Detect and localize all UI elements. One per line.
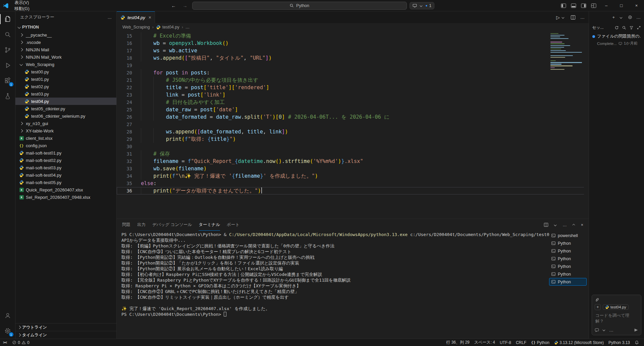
code-line-34[interactable]: 34print(f"\n✨ 完了！爆速で '{filename}' を作成しまし… [117, 172, 589, 180]
panel-tab-ポート[interactable]: ポート [227, 219, 239, 231]
terminal-instance-Python[interactable]: Python [549, 278, 587, 286]
status-item[interactable]: {}Python [529, 340, 552, 345]
add-context-button[interactable]: + [595, 304, 601, 310]
tree-item-mail-soft-test05.py[interactable]: mail-soft-test05.py [15, 179, 116, 186]
code-line-27[interactable]: 27 [117, 121, 589, 128]
code-line-22[interactable]: 22title = post['title']['rendered'] [117, 84, 589, 91]
chat-input[interactable]: コードを調べて理解？ [595, 313, 638, 324]
code-line-18[interactable]: 18ws.append(["投稿日", "タイトル", "URL"]) [117, 54, 589, 62]
code-line-28[interactable]: 28ws.append([date_formated, title, link]… [117, 128, 589, 135]
panel-tab-問題[interactable]: 問題 [122, 219, 130, 231]
split-terminal-icon[interactable] [544, 223, 548, 227]
terminal-instance-Python[interactable]: Python [549, 247, 587, 255]
code-line-31[interactable]: 31# 保存 [117, 150, 589, 158]
close-window-button[interactable]: × [629, 0, 644, 11]
terminal-instance-Python[interactable]: Python [549, 239, 587, 247]
tab-close-icon[interactable]: × [149, 15, 151, 20]
terminal-instance-powershell[interactable]: powershell [549, 232, 587, 239]
send-icon[interactable] [634, 328, 638, 332]
editor-more-icon[interactable]: … [580, 15, 585, 20]
testing-icon[interactable] [0, 89, 15, 104]
breadcrumb-item[interactable]: … [185, 25, 190, 30]
tree-item-mail-soft-test03.py[interactable]: mail-soft-test03.py [15, 164, 116, 171]
tree-item-test00.py[interactable]: test00.py [15, 68, 116, 75]
source-control-icon[interactable] [0, 42, 15, 58]
new-chat-icon[interactable]: + [612, 15, 615, 20]
sidebar-more-icon[interactable]: … [108, 15, 112, 20]
filter-icon[interactable] [629, 25, 634, 30]
problems-status[interactable]: 0 0 [10, 340, 32, 345]
terminal-dropdown-icon[interactable] [553, 223, 558, 227]
terminal-instance-Python[interactable]: Python [549, 263, 587, 270]
workspace-root[interactable]: PYTHON [15, 23, 116, 31]
code-line-30[interactable]: 30 [117, 143, 589, 150]
chat-more-icon[interactable]: … [636, 15, 641, 20]
tree-item-mail-soft-test01.py[interactable]: mail-soft-test01.py [15, 149, 116, 157]
status-item[interactable]: 行 36、列 29 [444, 340, 472, 345]
code-editor[interactable]: 15# Excelの準備16wb = openpyxl.Workbook()17… [117, 31, 589, 219]
attach-paperclip-icon[interactable] [595, 297, 599, 302]
tree-item-test02.py[interactable]: test02.py [15, 83, 116, 90]
tree-item-Quick_Report_20260407.xlsx[interactable]: xQuick_Report_20260407.xlsx [15, 186, 116, 193]
status-item[interactable]: Python 3.13 [606, 340, 632, 345]
code-line-19[interactable]: 19 [117, 62, 589, 69]
panel-more-icon[interactable]: … [562, 223, 567, 227]
tree-item-NINJIN Mail_Work[interactable]: NINJIN Mail_Work [15, 53, 116, 61]
tree-item-test03.py[interactable]: test03.py [15, 90, 116, 98]
window-status-pill[interactable]: ● 1 [410, 2, 435, 9]
extensions-icon[interactable]: 1 [0, 73, 15, 89]
explorer-icon[interactable] [0, 11, 15, 27]
tree-item-Web_Scraping[interactable]: Web_Scraping [15, 61, 116, 68]
terminal-instance-Python[interactable]: Python [549, 255, 587, 263]
context-file-chip[interactable]: test04.py [603, 304, 629, 310]
tree-item-.vscode[interactable]: .vscode [15, 39, 116, 46]
search-sidebar-icon[interactable] [0, 27, 15, 42]
breadcrumb-item[interactable]: test04.py [156, 24, 179, 30]
toggle-secondary-sidebar-icon[interactable] [579, 1, 589, 10]
status-item[interactable]: 3.13.12 (Microsoft Store) [552, 340, 606, 345]
code-line-29[interactable]: 29print(f"取得: {title}") [117, 135, 589, 143]
terminal-output[interactable]: PS C:\Users\D200404t\Documents\Python> &… [117, 231, 549, 339]
code-line-16[interactable]: 16wb = openpyxl.Workbook() [117, 40, 589, 47]
outline-section[interactable]: アウトライン [15, 323, 116, 331]
toggle-panel-icon[interactable] [569, 1, 579, 10]
search-sessions-icon[interactable] [622, 25, 626, 30]
code-line-15[interactable]: 15# Excelの準備 [117, 32, 589, 40]
panel-tab-ターミナル[interactable]: ターミナル [199, 219, 220, 231]
code-line-25[interactable]: 25date_raw = post['date'] [117, 106, 589, 113]
chevron-down-icon[interactable] [602, 328, 606, 332]
settings-gear-icon[interactable]: 1 [0, 323, 15, 339]
editor-scrollbar[interactable] [584, 31, 589, 219]
run-python-file-button[interactable]: ▷ [556, 15, 566, 20]
minimap[interactable] [549, 33, 584, 71]
tree-item-test05_ctkinter.py[interactable]: test05_ctkinter.py [15, 105, 116, 112]
expand-icon[interactable] [637, 25, 641, 30]
tree-item-test04.py[interactable]: test04.py [15, 98, 116, 105]
panel-tab-デバッグ コンソール[interactable]: デバッグ コンソール [152, 219, 192, 231]
tree-item-NINJIN Mail[interactable]: NINJIN Mail [15, 46, 116, 53]
chat-session-item[interactable]: ファイルの問題箇所の... Complete... 1か月前 [589, 32, 644, 48]
status-item[interactable]: スペース: 4 [472, 340, 497, 345]
split-editor-icon[interactable] [571, 15, 576, 20]
run-debug-icon[interactable] [0, 58, 15, 73]
notifications-bell-icon[interactable] [632, 340, 641, 345]
code-line-36[interactable]: 36print("データが取得できませんでした。") [117, 187, 589, 194]
tree-item-XY-table-Work[interactable]: XY-table-Work [15, 127, 116, 134]
chat-settings-gear-icon[interactable] [628, 15, 633, 20]
tree-item-test06_ctkinter_selenium.py[interactable]: test06_ctkinter_selenium.py [15, 112, 116, 120]
chat-more-icon[interactable]: … [609, 328, 613, 333]
remote-indicator[interactable]: >< [0, 340, 10, 345]
customize-layout-icon[interactable] [589, 1, 599, 10]
minimize-button[interactable]: – [599, 0, 614, 11]
account-icon[interactable] [0, 308, 15, 323]
code-line-32[interactable]: 32filename = f"Quick_Report_{datetime.no… [117, 158, 589, 165]
panel-tab-出力[interactable]: 出力 [137, 219, 146, 231]
tree-item-mail-soft-test04.py[interactable]: mail-soft-test04.py [15, 171, 116, 179]
code-line-33[interactable]: 33wb.save(filename) [117, 165, 589, 172]
status-item[interactable]: UTF-8 [497, 340, 514, 345]
tree-item-xy_n10_gui[interactable]: xy_n10_gui [15, 120, 116, 127]
forward-icon[interactable]: → [181, 2, 190, 10]
tree-item-__pycache__[interactable]: __pycache__ [15, 31, 116, 39]
command-center-search[interactable]: Python [192, 2, 407, 10]
tab-test04py[interactable]: test04.py × [117, 11, 155, 23]
